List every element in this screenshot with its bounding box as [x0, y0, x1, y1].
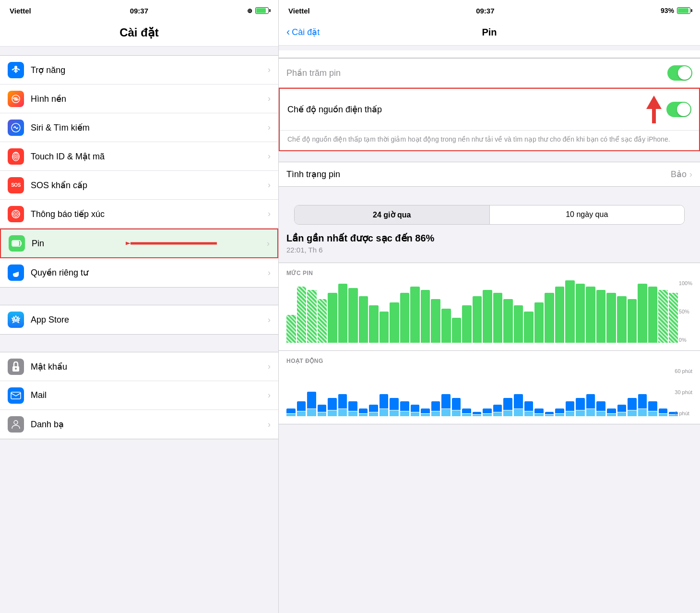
act-bar-bottom-0 [286, 414, 296, 416]
act-bar-top-16 [452, 398, 461, 410]
top-spacer [279, 50, 700, 58]
act-bar-bottom-31 [607, 414, 616, 416]
act-bar-top-19 [483, 409, 492, 413]
act-bar-bottom-23 [524, 411, 534, 416]
act-bar-bottom-10 [390, 410, 399, 416]
bottom-group: Mật khẩu › Mail › [0, 352, 278, 439]
act-bar-top-28 [576, 398, 585, 410]
quyen-icon [8, 264, 24, 281]
pin-bar-37 [669, 293, 678, 343]
sos-chevron: › [268, 180, 271, 190]
act-bar-bottom-14 [431, 411, 440, 416]
activity-bar-group-28 [576, 368, 585, 416]
act-bar-bottom-4 [328, 410, 337, 416]
activity-bar-group-15 [441, 368, 451, 416]
pin-bar-17 [462, 305, 472, 343]
bottom-spacer [279, 424, 700, 434]
act-bar-top-17 [462, 409, 471, 413]
act-bar-top-27 [566, 401, 575, 411]
main-settings-group: Trợ năng › Hình nền › [0, 55, 278, 288]
settings-item-mail[interactable]: Mail › [0, 381, 278, 410]
act-bar-top-8 [369, 405, 378, 412]
settings-item-danhba[interactable]: Danh bạ › [0, 410, 278, 439]
act-bar-top-24 [534, 409, 544, 413]
pin-bar-26 [555, 287, 565, 343]
settings-item-appstore[interactable]: App Store › [0, 305, 278, 334]
pin-bar-29 [586, 287, 595, 343]
act-bar-top-33 [628, 398, 637, 410]
right-panel: Viettel 09:37 93% ‹ Cài đặt Pin Phần tră… [278, 0, 700, 613]
pin-bar-27 [565, 280, 575, 343]
activity-bar-group-11 [400, 368, 409, 416]
activity-bar-group-1 [297, 368, 306, 416]
act-bar-top-34 [638, 394, 647, 409]
pin-bar-9 [380, 312, 389, 343]
tinh-trang-row[interactable]: Tình trạng pin Bảo › [279, 162, 700, 186]
tab-24h[interactable]: 24 giờ qua [295, 205, 489, 224]
right-page-title: Pin [482, 27, 497, 38]
hinh-nen-label: Hình nền [31, 94, 264, 104]
phan-tram-pin-section: Phần trăm pin [279, 58, 700, 88]
mail-label: Mail [31, 390, 264, 400]
pin-bar-28 [576, 284, 585, 343]
che-do-toggle[interactable] [666, 102, 691, 117]
tro-nang-icon [8, 62, 24, 78]
tinh-trang-value: Bảo [671, 169, 687, 180]
left-carrier: Viettel [10, 7, 31, 15]
matkhau-chevron: › [268, 361, 271, 372]
pin-bar-25 [545, 293, 554, 343]
activity-bar-group-30 [596, 368, 605, 416]
pin-bar-11 [400, 293, 410, 343]
right-battery-icon [677, 7, 690, 14]
siri-icon [8, 120, 24, 136]
tab-10days[interactable]: 10 ngày qua [490, 205, 685, 224]
time-tabs-container: 24 giờ qua 10 ngày qua [279, 205, 700, 225]
settings-item-pin[interactable]: Pin › [0, 228, 278, 258]
settings-item-hinh-nen[interactable]: Hình nền › [0, 84, 278, 113]
pin-bar-31 [606, 293, 616, 343]
back-button[interactable]: ‹ Cài đặt [286, 26, 320, 38]
hinh-nen-chevron: › [268, 94, 271, 104]
charge-title: Lần gần nhất được sạc đến 86% [286, 232, 692, 244]
act-bar-top-7 [359, 409, 368, 413]
activity-bar-group-23 [524, 368, 534, 416]
settings-item-siri[interactable]: Siri & Tìm kiếm › [0, 113, 278, 142]
activity-bar-group-25 [545, 368, 554, 416]
activity-bar-group-36 [659, 368, 668, 416]
activity-bar-group-24 [534, 368, 544, 416]
settings-item-matkhau[interactable]: Mật khẩu › [0, 352, 278, 381]
svg-point-8 [15, 155, 17, 158]
settings-list: Trợ năng › Hình nền › [0, 47, 278, 613]
pin-bar-24 [534, 302, 544, 343]
act-bar-bottom-33 [628, 410, 637, 416]
tinh-trang-label: Tình trạng pin [286, 169, 340, 180]
pin-bar-32 [617, 296, 627, 343]
pin-bar-10 [390, 302, 399, 343]
act-bar-top-0 [286, 409, 296, 413]
act-bar-bottom-7 [359, 414, 368, 416]
settings-item-quyen[interactable]: Quyền riêng tư › [0, 258, 278, 287]
settings-item-tro-nang[interactable]: Trợ năng › [0, 56, 278, 84]
act-bar-bottom-36 [659, 414, 668, 416]
pin-bar-5 [338, 284, 348, 343]
pin-icon [9, 235, 25, 252]
activity-bar-group-31 [607, 368, 616, 416]
act-bar-top-10 [390, 398, 399, 410]
activity-bar-group-4 [328, 368, 337, 416]
phan-tram-pin-toggle[interactable] [667, 65, 692, 81]
screen-record-icon: ⊕ [247, 7, 252, 14]
y-label-100: 100% [679, 280, 692, 286]
activity-bar-group-9 [380, 368, 389, 416]
act-bar-top-13 [421, 409, 430, 413]
hinh-nen-icon [8, 91, 24, 107]
act-bar-top-1 [297, 401, 306, 411]
activity-bar-group-29 [586, 368, 595, 416]
appstore-icon [8, 312, 24, 328]
settings-item-sos[interactable]: SOS SOS khẩn cấp › [0, 171, 278, 200]
quyen-label: Quyền riêng tư [31, 267, 264, 278]
settings-item-thongbao[interactable]: Thông báo tiếp xúc › [0, 200, 278, 228]
pin-bar-6 [348, 288, 358, 343]
app-store-group: App Store › [0, 305, 278, 335]
siri-label: Siri & Tìm kiếm [31, 122, 264, 133]
settings-item-touchid[interactable]: Touch ID & Mật mã › [0, 142, 278, 171]
